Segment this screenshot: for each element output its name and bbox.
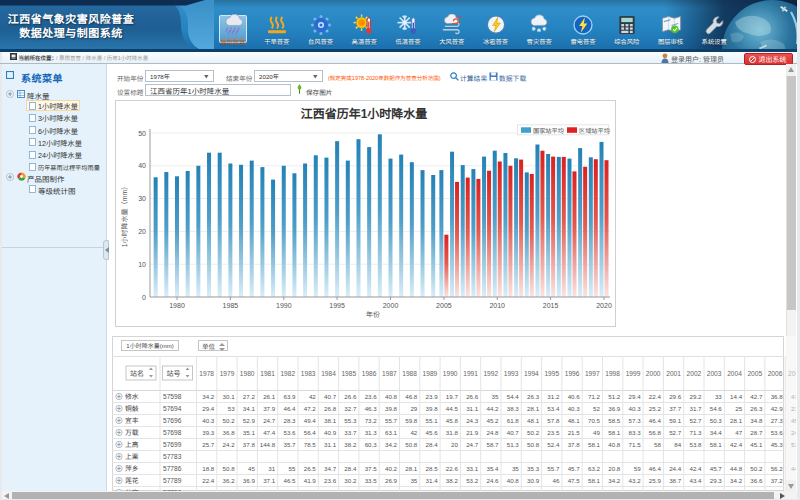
svg-text:37.8: 37.8 — [568, 440, 581, 449]
svg-text:43.4: 43.4 — [689, 476, 702, 485]
svg-text:31.1: 31.1 — [466, 404, 479, 413]
svg-text:1985: 1985 — [341, 368, 356, 378]
svg-text:22.6: 22.6 — [446, 464, 459, 473]
svg-text:42.7: 42.7 — [750, 392, 763, 401]
svg-text:48.1: 48.1 — [568, 416, 581, 425]
svg-text:上高: 上高 — [125, 439, 139, 449]
svg-text:2004: 2004 — [727, 368, 742, 378]
svg-text:1994: 1994 — [524, 368, 539, 378]
svg-text:42: 42 — [309, 392, 316, 401]
svg-text:1995: 1995 — [544, 368, 559, 378]
svg-text:45.7: 45.7 — [710, 464, 723, 473]
svg-text:40.3: 40.3 — [568, 404, 581, 413]
svg-text:萍乡: 萍乡 — [125, 463, 139, 473]
svg-text:1987: 1987 — [382, 368, 397, 378]
svg-text:31.3: 31.3 — [365, 428, 378, 437]
svg-text:37.2: 37.2 — [771, 476, 784, 485]
svg-text:1993: 1993 — [504, 368, 519, 378]
svg-text:1998: 1998 — [605, 368, 620, 378]
svg-text:40.8: 40.8 — [608, 440, 621, 449]
svg-text:45.2: 45.2 — [486, 416, 499, 425]
svg-text:1999: 1999 — [626, 368, 641, 378]
svg-text:71.3: 71.3 — [689, 428, 702, 437]
svg-text:46.4: 46.4 — [283, 404, 296, 413]
svg-text:1988: 1988 — [402, 368, 417, 378]
svg-text:2010: 2010 — [489, 300, 505, 310]
svg-text:19.7: 19.7 — [446, 392, 459, 401]
svg-text:51.2: 51.2 — [608, 392, 621, 401]
svg-text:28.4: 28.4 — [344, 464, 357, 473]
svg-text:2015: 2015 — [543, 300, 559, 310]
svg-text:32.7: 32.7 — [344, 404, 357, 413]
svg-text:54.6: 54.6 — [710, 404, 723, 413]
svg-text:35: 35 — [492, 392, 499, 401]
svg-text:37.1: 37.1 — [263, 476, 276, 485]
svg-text:40.8: 40.8 — [507, 476, 520, 485]
svg-text:28.3: 28.3 — [283, 416, 296, 425]
svg-text:35.3: 35.3 — [527, 464, 540, 473]
svg-text:49.4: 49.4 — [304, 416, 317, 425]
svg-text:56.8: 56.8 — [649, 428, 662, 437]
svg-text:83.3: 83.3 — [629, 428, 642, 437]
svg-text:41.9: 41.9 — [304, 476, 317, 485]
svg-text:55.1: 55.1 — [426, 416, 439, 425]
svg-text:24.7: 24.7 — [263, 416, 276, 425]
svg-text:34.1: 34.1 — [243, 404, 256, 413]
svg-text:36.9: 36.9 — [243, 476, 256, 485]
svg-text:46: 46 — [553, 476, 560, 485]
svg-text:24.4: 24.4 — [669, 464, 682, 473]
svg-text:2005: 2005 — [747, 368, 762, 378]
svg-text:1996: 1996 — [565, 368, 580, 378]
svg-text:58.5: 58.5 — [608, 416, 621, 425]
svg-text:84: 84 — [674, 440, 681, 449]
svg-text:31: 31 — [268, 464, 275, 473]
svg-text:50.8: 50.8 — [223, 464, 236, 473]
svg-text:28.1: 28.1 — [405, 464, 418, 473]
svg-text:50.2: 50.2 — [223, 416, 236, 425]
svg-text:45.8: 45.8 — [446, 416, 459, 425]
svg-text:29.4: 29.4 — [202, 404, 215, 413]
svg-text:58.1: 58.1 — [588, 476, 601, 485]
svg-text:站名: 站名 — [130, 368, 144, 378]
svg-text:50.8: 50.8 — [527, 440, 540, 449]
svg-text:43.2: 43.2 — [629, 476, 642, 485]
svg-text:45.6: 45.6 — [426, 428, 439, 437]
svg-text:24.2: 24.2 — [223, 440, 236, 449]
svg-text:73.2: 73.2 — [365, 416, 378, 425]
svg-text:26.6: 26.6 — [344, 392, 357, 401]
svg-text:46.4: 46.4 — [649, 464, 662, 473]
svg-text:47: 47 — [735, 428, 742, 437]
svg-text:57698: 57698 — [163, 427, 182, 437]
svg-text:40.3: 40.3 — [629, 404, 642, 413]
svg-text:36.6: 36.6 — [750, 476, 763, 485]
svg-text:21.9: 21.9 — [466, 428, 479, 437]
svg-text:40.6: 40.6 — [568, 392, 581, 401]
svg-text:20: 20 — [138, 226, 146, 236]
svg-text:53.6: 53.6 — [771, 428, 784, 437]
svg-text:71.5: 71.5 — [629, 440, 642, 449]
svg-text:58: 58 — [654, 440, 661, 449]
svg-text:57.3: 57.3 — [629, 416, 642, 425]
svg-text:34.7: 34.7 — [324, 464, 337, 473]
svg-text:28.7: 28.7 — [750, 428, 763, 437]
svg-text:37.8: 37.8 — [243, 440, 256, 449]
svg-text:37.9: 37.9 — [263, 404, 276, 413]
svg-text:23.9: 23.9 — [426, 392, 439, 401]
svg-text:45.3: 45.3 — [771, 440, 784, 449]
svg-text:2005: 2005 — [436, 300, 452, 310]
svg-text:57789: 57789 — [163, 475, 182, 485]
svg-text:45.7: 45.7 — [568, 464, 581, 473]
svg-text:25: 25 — [735, 404, 742, 413]
svg-text:49: 49 — [593, 428, 600, 437]
svg-text:53.8: 53.8 — [689, 440, 702, 449]
svg-text:29: 29 — [410, 404, 417, 413]
svg-text:55: 55 — [289, 464, 296, 473]
svg-text:24.8: 24.8 — [486, 428, 499, 437]
svg-text:10: 10 — [138, 259, 146, 269]
svg-text:35.7: 35.7 — [283, 440, 296, 449]
svg-text:2006: 2006 — [768, 368, 783, 378]
svg-text:1990: 1990 — [443, 368, 458, 378]
svg-text:58.7: 58.7 — [486, 440, 499, 449]
svg-text:39.8: 39.8 — [426, 404, 439, 413]
svg-text:53.4: 53.4 — [547, 404, 560, 413]
